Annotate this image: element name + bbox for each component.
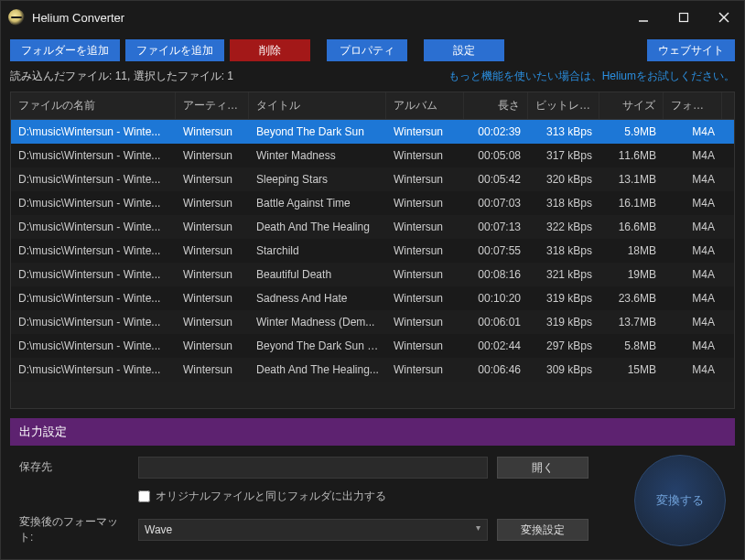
properties-button[interactable]: プロパティ bbox=[327, 39, 407, 61]
cell-format: M4A bbox=[664, 358, 722, 382]
cell-bitrate: 321 kBps bbox=[528, 263, 599, 286]
cell-size: 13.1MB bbox=[599, 167, 664, 191]
table-row[interactable]: D:\music\Wintersun - Winte...WintersunSa… bbox=[11, 286, 734, 310]
cell-filename: D:\music\Wintersun - Winte... bbox=[11, 286, 176, 310]
header-title[interactable]: タイトル bbox=[249, 92, 386, 119]
open-button[interactable]: 開く bbox=[497, 457, 588, 479]
cell-album: Wintersun bbox=[386, 239, 464, 263]
cell-album: Wintersun bbox=[386, 358, 464, 382]
cell-album: Wintersun bbox=[386, 191, 464, 215]
add-file-button[interactable]: ファイルを追加 bbox=[125, 39, 224, 61]
add-folder-button[interactable]: フォルダーを追加 bbox=[10, 39, 120, 61]
maximize-button[interactable] bbox=[664, 1, 704, 34]
cell-bitrate: 322 kBps bbox=[528, 215, 599, 239]
cell-title: Beyond The Dark Sun bbox=[249, 120, 386, 144]
table-row[interactable]: D:\music\Wintersun - Winte...WintersunDe… bbox=[11, 358, 734, 382]
table-row[interactable]: D:\music\Wintersun - Winte...WintersunWi… bbox=[11, 144, 734, 167]
output-section: 出力設定 保存先 開く 変換する オリジナルファイルと同じフォルダに出力する 変… bbox=[10, 418, 735, 559]
cell-length: 00:02:39 bbox=[464, 120, 528, 144]
header-bitrate[interactable]: ビットレート bbox=[528, 92, 599, 119]
cell-bitrate: 309 kBps bbox=[528, 358, 599, 382]
convert-settings-button[interactable]: 変換設定 bbox=[497, 519, 588, 541]
close-button[interactable] bbox=[704, 1, 744, 34]
website-button[interactable]: ウェブサイト bbox=[647, 39, 735, 61]
cell-album: Wintersun bbox=[386, 334, 464, 358]
cell-filename: D:\music\Wintersun - Winte... bbox=[11, 239, 176, 263]
cell-artist: Wintersun bbox=[176, 191, 249, 215]
cell-size: 23.6MB bbox=[599, 286, 664, 310]
cell-bitrate: 319 kBps bbox=[528, 286, 599, 310]
table-row[interactable]: D:\music\Wintersun - Winte...WintersunSl… bbox=[11, 167, 734, 191]
cell-artist: Wintersun bbox=[176, 167, 249, 191]
cell-bitrate: 313 kBps bbox=[528, 120, 599, 144]
minimize-button[interactable] bbox=[623, 1, 664, 34]
cell-artist: Wintersun bbox=[176, 263, 249, 286]
format-select-wrap: Wave bbox=[138, 519, 488, 541]
cell-format: M4A bbox=[664, 239, 722, 263]
cell-filename: D:\music\Wintersun - Winte... bbox=[11, 334, 176, 358]
save-to-input[interactable] bbox=[138, 457, 488, 479]
table-row[interactable]: D:\music\Wintersun - Winte...WintersunSt… bbox=[11, 239, 734, 263]
output-body: 保存先 開く 変換する オリジナルファイルと同じフォルダに出力する 変換後のフォ… bbox=[10, 446, 735, 559]
cell-artist: Wintersun bbox=[176, 358, 249, 382]
same-folder-checkbox[interactable] bbox=[138, 490, 150, 502]
cell-length: 00:10:20 bbox=[464, 286, 528, 310]
cell-filename: D:\music\Wintersun - Winte... bbox=[11, 215, 176, 239]
cell-length: 00:06:01 bbox=[464, 310, 528, 334]
cell-format: M4A bbox=[664, 215, 722, 239]
cell-artist: Wintersun bbox=[176, 144, 249, 167]
cell-format: M4A bbox=[664, 167, 722, 191]
cell-title: Sadness And Hate bbox=[249, 286, 386, 310]
cell-title: Battle Against Time bbox=[249, 191, 386, 215]
delete-button[interactable]: 削除 bbox=[230, 39, 310, 61]
cell-length: 00:05:42 bbox=[464, 167, 528, 191]
cell-album: Wintersun bbox=[386, 310, 464, 334]
close-icon bbox=[718, 12, 729, 23]
cell-artist: Wintersun bbox=[176, 239, 249, 263]
cell-bitrate: 318 kBps bbox=[528, 239, 599, 263]
same-folder-row[interactable]: オリジナルファイルと同じフォルダに出力する bbox=[138, 489, 488, 504]
header-size[interactable]: サイズ bbox=[599, 92, 664, 119]
cell-filename: D:\music\Wintersun - Winte... bbox=[11, 167, 176, 191]
table-row[interactable]: D:\music\Wintersun - Winte...WintersunBe… bbox=[11, 120, 734, 144]
header-length[interactable]: 長さ bbox=[464, 92, 528, 119]
file-grid: ファイルの名前 アーティスト タイトル アルバム 長さ ビットレート サイズ フ… bbox=[10, 92, 735, 409]
promo-link[interactable]: もっと機能を使いたい場合は、Heliumをお試しください。 bbox=[448, 69, 735, 84]
cell-title: Death And The Healing bbox=[249, 215, 386, 239]
grid-header: ファイルの名前 アーティスト タイトル アルバム 長さ ビットレート サイズ フ… bbox=[11, 92, 734, 120]
cell-album: Wintersun bbox=[386, 215, 464, 239]
cell-length: 00:02:44 bbox=[464, 334, 528, 358]
cell-artist: Wintersun bbox=[176, 310, 249, 334]
cell-format: M4A bbox=[664, 334, 722, 358]
cell-album: Wintersun bbox=[386, 144, 464, 167]
table-row[interactable]: D:\music\Wintersun - Winte...WintersunBe… bbox=[11, 334, 734, 358]
table-row[interactable]: D:\music\Wintersun - Winte...WintersunBa… bbox=[11, 191, 734, 215]
status-text: 読み込んだファイル: 11, 選択したファイル: 1 bbox=[10, 69, 233, 84]
header-album[interactable]: アルバム bbox=[386, 92, 464, 119]
table-row[interactable]: D:\music\Wintersun - Winte...WintersunDe… bbox=[11, 215, 734, 239]
cell-album: Wintersun bbox=[386, 167, 464, 191]
cell-title: Starchild bbox=[249, 239, 386, 263]
cell-title: Beautiful Death bbox=[249, 263, 386, 286]
status-line: 読み込んだファイル: 11, 選択したファイル: 1 もっと機能を使いたい場合は… bbox=[1, 67, 744, 92]
table-row[interactable]: D:\music\Wintersun - Winte...WintersunWi… bbox=[11, 310, 734, 334]
table-row[interactable]: D:\music\Wintersun - Winte...WintersunBe… bbox=[11, 263, 734, 286]
output-header: 出力設定 bbox=[10, 418, 735, 446]
cell-bitrate: 297 kBps bbox=[528, 334, 599, 358]
header-filename[interactable]: ファイルの名前 bbox=[11, 92, 176, 119]
window-title: Helium Converter bbox=[32, 11, 124, 25]
settings-button[interactable]: 設定 bbox=[424, 39, 504, 61]
cell-bitrate: 319 kBps bbox=[528, 310, 599, 334]
toolbar: フォルダーを追加 ファイルを追加 削除 プロパティ 設定 ウェブサイト bbox=[1, 34, 744, 67]
app-window: Helium Converter フォルダーを追加 ファイルを追加 削除 プロパ… bbox=[0, 0, 745, 560]
cell-size: 18MB bbox=[599, 239, 664, 263]
cell-size: 15MB bbox=[599, 358, 664, 382]
grid-body[interactable]: D:\music\Wintersun - Winte...WintersunBe… bbox=[11, 120, 734, 408]
cell-filename: D:\music\Wintersun - Winte... bbox=[11, 358, 176, 382]
header-format[interactable]: フォーマット bbox=[664, 92, 722, 119]
cell-bitrate: 317 kBps bbox=[528, 144, 599, 167]
cell-title: Winter Madness (Dem... bbox=[249, 310, 386, 334]
header-artist[interactable]: アーティスト bbox=[176, 92, 249, 119]
convert-button[interactable]: 変換する bbox=[634, 455, 726, 546]
format-select[interactable]: Wave bbox=[138, 519, 488, 541]
